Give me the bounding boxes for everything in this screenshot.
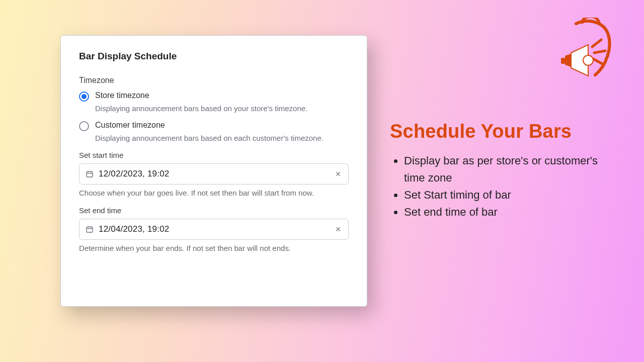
start-time-input[interactable]: 12/02/2023, 19:02 × <box>79 163 349 185</box>
timezone-label: Timezone <box>79 76 349 85</box>
settings-card-shadow: Bar Display Schedule Timezone Store time… <box>60 35 367 307</box>
promo-list: Display bar as per store's or customer's… <box>390 152 611 221</box>
start-time-value: 12/02/2023, 19:02 <box>99 169 328 179</box>
timezone-option-label: Store timezone <box>95 91 149 100</box>
promo-block: Schedule Your Bars Display bar as per st… <box>390 121 611 221</box>
calendar-icon <box>86 170 94 178</box>
timezone-option-desc: Displaying announcement bars based on ea… <box>95 133 337 143</box>
start-time-block: Set start time 12/02/2023, 19:02 × Choos… <box>79 151 349 197</box>
start-time-label: Set start time <box>79 151 349 159</box>
app-logo <box>556 18 616 78</box>
close-icon: × <box>336 225 341 234</box>
start-time-help: Choose when your bar goes live. If not s… <box>79 189 349 197</box>
clear-start-button[interactable]: × <box>333 169 343 179</box>
radio-icon <box>79 121 89 131</box>
svg-rect-4 <box>561 58 565 64</box>
svg-line-0 <box>592 40 601 47</box>
clear-end-button[interactable]: × <box>333 224 343 234</box>
end-time-input[interactable]: 12/04/2023, 19:02 × <box>79 219 349 240</box>
stage: Schedule Your Bars Display bar as per st… <box>0 0 644 362</box>
promo-bullet: Display bar as per store's or customer's… <box>404 152 611 187</box>
end-time-label: Set end time <box>79 206 349 215</box>
svg-point-3 <box>583 55 593 65</box>
promo-bullet: Set Start timing of bar <box>404 187 611 204</box>
end-time-help: Determine when your bar ends. If not set… <box>79 244 349 252</box>
calendar-icon <box>86 225 94 233</box>
timezone-option-customer[interactable]: Customer timezone <box>79 121 349 131</box>
promo-heading: Schedule Your Bars <box>390 121 611 142</box>
timezone-option-label: Customer timezone <box>95 121 165 130</box>
card-title: Bar Display Schedule <box>79 51 349 62</box>
svg-line-2 <box>593 59 602 64</box>
promo-bullet: Set end time of bar <box>404 204 611 221</box>
timezone-option-store[interactable]: Store timezone <box>79 91 349 102</box>
svg-rect-5 <box>87 171 93 177</box>
end-time-value: 12/04/2023, 19:02 <box>99 224 328 234</box>
svg-rect-9 <box>87 227 93 232</box>
close-icon: × <box>336 169 341 178</box>
end-time-block: Set end time 12/04/2023, 19:02 × Determi… <box>79 206 349 252</box>
settings-card: Bar Display Schedule Timezone Store time… <box>60 35 367 307</box>
timezone-option-desc: Displaying announcement bars based on yo… <box>95 104 337 114</box>
radio-icon <box>79 92 89 102</box>
svg-line-1 <box>594 51 605 53</box>
